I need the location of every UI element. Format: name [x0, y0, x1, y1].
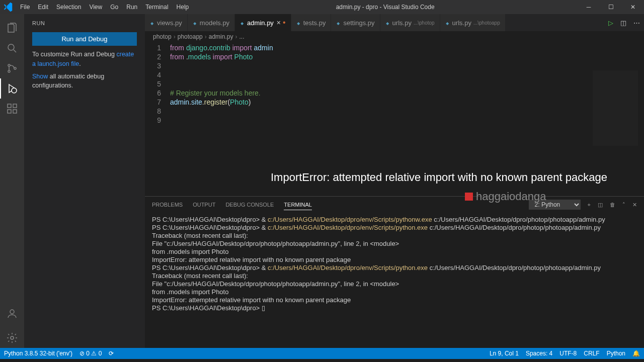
tab-urls-py[interactable]: ⬥urls.py...\photop [380, 14, 440, 31]
svg-point-4 [12, 88, 17, 93]
menu-selection[interactable]: Selection [52, 4, 85, 11]
close-button[interactable]: ✕ [622, 4, 644, 11]
show-link[interactable]: Show [32, 73, 48, 80]
status-item[interactable]: ⟳ [109, 350, 114, 357]
status-item[interactable]: CRLF [584, 350, 599, 357]
panel-tab-problems[interactable]: PROBLEMS [152, 200, 183, 210]
breadcrumb-item[interactable]: photop [153, 33, 172, 40]
panel-tab-output[interactable]: OUTPUT [193, 200, 215, 210]
tab-admin-py[interactable]: ⬥admin.py×• [235, 14, 291, 31]
split-icon[interactable]: ◫ [620, 19, 626, 27]
menu-help[interactable]: Help [173, 4, 193, 11]
svg-point-1 [8, 64, 10, 66]
more-icon[interactable]: ⋯ [633, 19, 640, 27]
breadcrumb-item[interactable]: photoapp [178, 33, 203, 40]
vscode-icon [0, 2, 16, 13]
editor-tabs: ⬥views.py⬥models.py⬥admin.py×•⬥tests.py⬥… [145, 14, 644, 31]
extensions-icon[interactable] [0, 99, 24, 119]
panel-close-icon[interactable]: ✕ [632, 202, 637, 208]
activity-bar [0, 14, 24, 348]
author-avatar [465, 193, 473, 201]
menu-edit[interactable]: Edit [34, 4, 52, 11]
split-terminal-icon[interactable]: ◫ [598, 202, 603, 208]
maximize-button[interactable]: ☐ [600, 4, 622, 11]
window-controls: ─ ☐ ✕ [578, 4, 644, 11]
minimap[interactable] [593, 70, 638, 146]
svg-rect-5 [8, 104, 11, 108]
svg-point-9 [10, 310, 14, 314]
status-item[interactable]: 🔔 [632, 350, 640, 357]
svg-rect-6 [13, 104, 17, 108]
bottom-panel: PROBLEMSOUTPUTDEBUG CONSOLETERMINAL 2: P… [145, 196, 644, 348]
tab-views-py[interactable]: ⬥views.py [145, 14, 188, 31]
tab-models-py[interactable]: ⬥models.py [188, 14, 235, 31]
status-item[interactable]: Python 3.8.5 32-bit ('env') [4, 350, 72, 357]
author-name: haggaiodanga [476, 190, 546, 203]
breadcrumb-item[interactable]: admin.py [209, 33, 233, 40]
search-icon[interactable] [0, 38, 24, 58]
window-title: admin.py - dpro - Visual Studio Code [193, 4, 578, 11]
svg-rect-8 [13, 110, 17, 113]
new-terminal-icon[interactable]: + [588, 202, 591, 208]
menu-terminal[interactable]: Terminal [141, 4, 172, 11]
run-icon[interactable]: ▷ [608, 19, 613, 27]
explorer-icon[interactable] [0, 18, 24, 38]
status-item[interactable]: Python [607, 350, 625, 357]
sidebar-header: RUN [24, 18, 145, 28]
status-item[interactable]: ⊘ 0 ⚠ 0 [79, 350, 102, 357]
editor-area: ⬥views.py⬥models.py⬥admin.py×•⬥tests.py⬥… [145, 14, 644, 348]
title-bar: FileEditSelectionViewGoRunTerminalHelp a… [0, 0, 644, 14]
terminal-output[interactable]: PS C:\Users\HAGGAI\Desktop\dpro> & c:/Us… [145, 213, 644, 348]
tab-urls-py[interactable]: ⬥urls.py...\photoapp [440, 14, 506, 31]
svg-rect-7 [8, 110, 11, 113]
menu-view[interactable]: View [85, 4, 106, 11]
minimize-button[interactable]: ─ [578, 4, 600, 11]
status-item[interactable]: Spaces: 4 [526, 350, 552, 357]
account-icon[interactable] [0, 304, 24, 324]
overlay-error-title: ImportError: attempted relative import w… [271, 171, 607, 184]
svg-point-2 [8, 70, 10, 72]
menu-run[interactable]: Run [122, 4, 141, 11]
status-bar: Python 3.8.5 32-bit ('env')⊘ 0 ⚠ 0⟳ Ln 9… [0, 348, 644, 359]
panel-tabs: PROBLEMSOUTPUTDEBUG CONSOLETERMINAL 2: P… [145, 197, 644, 213]
sidebar-show-text: Show all automatic debug configurations. [24, 72, 145, 91]
svg-point-0 [8, 44, 14, 50]
menu-file[interactable]: File [16, 4, 34, 11]
run-debug-icon[interactable] [0, 78, 24, 99]
status-item[interactable]: Ln 9, Col 1 [490, 350, 519, 357]
settings-icon[interactable] [0, 328, 24, 348]
breadcrumb-item[interactable]: ... [239, 33, 244, 40]
breadcrumb[interactable]: photop›photoapp›admin.py›... [145, 31, 644, 42]
tab-tests-py[interactable]: ⬥tests.py [291, 14, 332, 31]
tab-settings-py[interactable]: ⬥settings.py [331, 14, 380, 31]
run-sidebar: RUN Run and Debug To customize Run and D… [24, 14, 145, 348]
panel-tab-debug-console[interactable]: DEBUG CONSOLE [225, 200, 274, 210]
tab-actions: ▷ ◫ ⋯ [604, 14, 644, 31]
menu-bar: FileEditSelectionViewGoRunTerminalHelp [16, 4, 193, 11]
source-control-icon[interactable] [0, 58, 24, 78]
svg-point-10 [11, 336, 14, 339]
run-debug-button[interactable]: Run and Debug [32, 32, 137, 46]
panel-tab-terminal[interactable]: TERMINAL [284, 200, 312, 210]
menu-go[interactable]: Go [106, 4, 122, 11]
trash-icon[interactable]: 🗑 [610, 202, 615, 208]
overlay-author: haggaiodanga [465, 190, 546, 203]
sidebar-help-text: To customize Run and Debug create a laun… [24, 50, 145, 69]
status-item[interactable]: UTF-8 [559, 350, 577, 357]
chevron-up-icon[interactable]: ˄ [622, 202, 625, 208]
